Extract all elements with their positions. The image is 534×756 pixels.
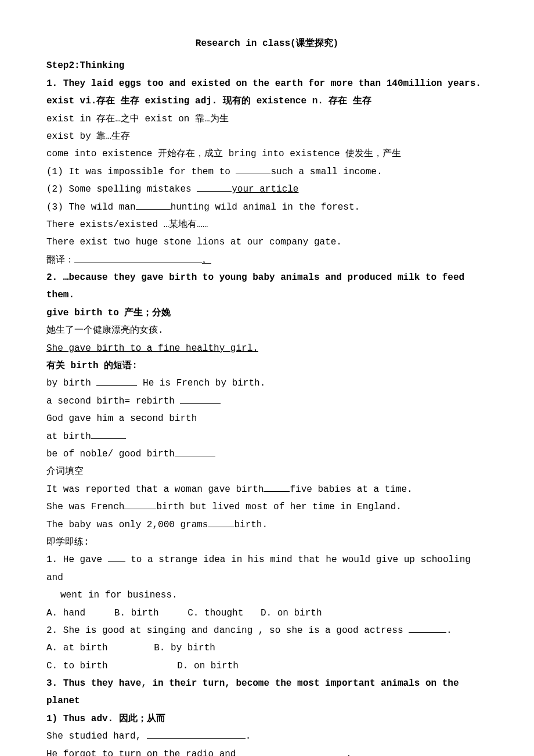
option-c[interactable]: C. thought <box>187 604 243 622</box>
exist-in-on: exist in 存在…之中 exist on 靠…为生 <box>46 110 488 128</box>
example-zh: 她生了一个健康漂亮的女孩. <box>46 322 488 339</box>
noble-birth: be of noble/ good birth <box>46 445 488 463</box>
blank-input[interactable] <box>409 632 446 633</box>
blank-input[interactable] <box>136 209 171 210</box>
translate-blank[interactable] <box>74 262 202 262</box>
option-c[interactable]: C. to birth <box>46 657 108 675</box>
thus-ex2-p: . <box>346 749 352 756</box>
practice-2-options-2: C. to birth D. on birth <box>46 657 488 675</box>
thus-ex1-a: She studied hard, <box>46 731 147 741</box>
prep-2-a: She was French <box>46 502 124 512</box>
step-heading: Step2:Thinking <box>46 57 488 74</box>
section-2-header: 2. …because they gave birth to young bab… <box>46 269 488 304</box>
second-birth: a second birth= rebirth <box>46 393 488 410</box>
q1-2-b: your article <box>232 184 298 195</box>
god-second-birth: God gave him a second birth <box>46 410 488 427</box>
prep-1: It was reported that a woman gave birthf… <box>46 481 488 498</box>
option-a[interactable]: A. at birth <box>46 639 108 657</box>
blank-input[interactable] <box>197 191 232 192</box>
practice-1-b: to a strange idea in his mind that he wo… <box>46 555 471 582</box>
option-d[interactable]: D. on birth <box>261 604 322 622</box>
practice-2-p: . <box>446 625 452 636</box>
prep-3-a: The baby was only 2,000 grams <box>46 520 208 530</box>
practice-1-cont: went in for business. <box>46 586 488 604</box>
example-en: She gave birth to a fine healthy girl. <box>46 340 488 357</box>
blank-input[interactable] <box>236 174 270 174</box>
birth-phrases-header: 有关 birth 的短语: <box>46 357 488 375</box>
practice-header: 即学即练: <box>46 534 488 551</box>
option-b[interactable]: B. by birth <box>154 639 215 657</box>
section-1-sub: exist vi.存在 生存 existing adj. 现有的 existen… <box>46 92 488 110</box>
at-birth: at birth <box>46 428 488 445</box>
there-exist-example: There exist two huge stone lions at our … <box>46 233 488 251</box>
translate-line: 翻译：。 <box>46 251 488 269</box>
blank-input[interactable] <box>208 527 234 527</box>
prep-3-b: birth. <box>234 520 268 530</box>
there-exists: There exists/existed …某地有…… <box>46 216 488 233</box>
practice-2-a: 2. She is good at singing and dancing , … <box>46 625 409 636</box>
prep-3: The baby was only 2,000 gramsbirth. <box>46 516 488 534</box>
q1-3-a: (3) The wild man <box>46 202 136 213</box>
option-b[interactable]: B. birth <box>114 604 159 622</box>
by-birth-b: He is French by birth. <box>137 378 265 388</box>
prep-2-b: birth but lived most of her time in Engl… <box>156 502 401 512</box>
noble-birth-a: be of noble/ good birth <box>46 449 175 459</box>
translate-period: 。 <box>202 255 211 265</box>
translate-label: 翻译： <box>46 255 74 265</box>
prep-1-b: five babies at a time. <box>290 484 412 495</box>
practice-1-a: 1. He gave <box>46 555 108 565</box>
thus-ex1: She studied hard, . <box>46 728 488 745</box>
blank-input[interactable] <box>147 738 246 739</box>
q1-2-a: (2) Some spelling mistakes <box>46 184 197 195</box>
section-2-sub: give birth to 产生；分娩 <box>46 304 488 322</box>
prep-1-a: It was reported that a woman gave birth <box>46 484 264 495</box>
practice-2-options-1: A. at birth B. by birth <box>46 639 488 657</box>
q1-3-b: hunting wild animal in the forest. <box>171 202 360 213</box>
prep-fill-header: 介词填空 <box>46 463 488 480</box>
at-birth-a: at birth <box>46 431 91 442</box>
blank-input[interactable] <box>264 491 290 492</box>
practice-2: 2. She is good at singing and dancing , … <box>46 622 488 639</box>
practice-1-options: A. hand B. birth C. thought D. on birth <box>46 604 488 622</box>
section-3-sub: 1) Thus adv. 因此；从而 <box>46 710 488 728</box>
thus-ex2: He forgot to turn on the radio and . <box>46 746 488 756</box>
option-d[interactable]: D. on birth <box>177 657 239 675</box>
blank-input[interactable] <box>91 438 126 439</box>
q1-3: (3) The wild manhunting wild animal in t… <box>46 199 488 216</box>
option-a[interactable]: A. hand <box>46 604 85 622</box>
q1-1: (1) It was impossible for them to such a… <box>46 163 488 181</box>
page-title: Research in class(课堂探究) <box>46 35 488 52</box>
blank-input[interactable] <box>96 385 137 386</box>
q1-1-b: such a small income. <box>270 167 382 177</box>
blank-input[interactable] <box>175 456 215 456</box>
exist-by: exist by 靠…生存 <box>46 128 488 145</box>
come-into-existence: come into existence 开始存在，成立 bring into e… <box>46 145 488 163</box>
q1-1-a: (1) It was impossible for them to <box>46 167 236 177</box>
blank-input[interactable] <box>180 403 221 404</box>
blank-input[interactable] <box>108 561 125 562</box>
thus-ex1-p: . <box>246 731 251 741</box>
by-birth-a: by birth <box>46 378 96 388</box>
q1-2: (2) Some spelling mistakes your article <box>46 181 488 198</box>
section-1-header: 1. They laid eggs too and existed on the… <box>46 75 488 92</box>
section-3-header: 3. Thus they have, in their turn, become… <box>46 675 488 710</box>
thus-ex2-a: He forgot to turn on the radio and <box>46 749 241 756</box>
second-birth-a: a second birth= rebirth <box>46 396 180 406</box>
by-birth: by birth He is French by birth. <box>46 375 488 392</box>
prep-2: She was Frenchbirth but lived most of he… <box>46 498 488 516</box>
blank-input[interactable] <box>124 509 156 509</box>
practice-1: 1. He gave to a strange idea in his mind… <box>46 551 488 586</box>
